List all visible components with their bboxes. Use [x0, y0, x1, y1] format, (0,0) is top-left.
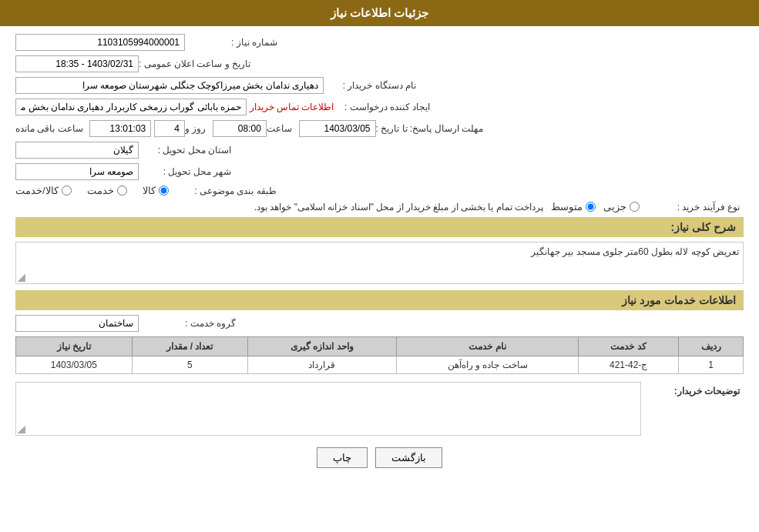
deadline-label: مهلت ارسال پاسخ: تا تاریخ :: [376, 123, 483, 134]
process-note: پرداخت تمام یا بخشی از مبلغ خریدار از مح…: [15, 202, 543, 212]
province-input[interactable]: [15, 142, 139, 159]
process-row: نوع فرآیند خرید : جزیی متوسط پرداخت تمام…: [15, 201, 744, 212]
col-service-code: کد خدمت: [579, 337, 679, 356]
need-desc-text: تعریض کوچه لاله بطول 60متر جلوی مسجد بیر…: [531, 246, 739, 257]
buyer-note-box[interactable]: [15, 382, 641, 436]
countdown-input[interactable]: [89, 120, 151, 137]
cell-row-num: 1: [679, 356, 744, 374]
contact-link[interactable]: اطلاعات تماس خریدار: [250, 102, 334, 112]
process-motavasset-radio[interactable]: [586, 202, 596, 212]
table-header-row: ردیف کد خدمت نام خدمت واحد اندازه گیری ت…: [16, 337, 744, 356]
process-motavasset-label: متوسط: [551, 201, 583, 212]
cell-service-name: ساخت جاده و راه‌آهن: [396, 356, 578, 374]
time-label: ساعت: [267, 123, 292, 134]
buyer-org-row: نام دستگاه خریدار :: [15, 77, 744, 94]
resize-handle[interactable]: [18, 274, 25, 282]
back-button[interactable]: بازگشت: [375, 447, 442, 468]
category-kala-khedmat-item: کالا/خدمت: [15, 185, 72, 196]
service-group-row: گروه خدمت :: [15, 315, 744, 332]
process-label: نوع فرآیند خرید :: [647, 202, 740, 212]
service-group-input[interactable]: [15, 315, 139, 332]
service-group-label: گروه خدمت :: [143, 318, 236, 329]
page-header: جزئیات اطلاعات نیاز: [0, 0, 759, 26]
col-unit: واحد اندازه گیری: [248, 337, 397, 356]
page-title: جزئیات اطلاعات نیاز: [331, 6, 428, 19]
process-jozii-item: جزیی: [603, 201, 640, 212]
process-jozii-label: جزیی: [603, 201, 626, 212]
process-jozii-radio[interactable]: [630, 202, 640, 212]
city-label: شهر محل تحویل :: [139, 166, 231, 177]
cell-service-code: ج-42-421: [579, 356, 679, 374]
province-label: استان محل تحویل :: [139, 145, 231, 156]
buyer-org-input[interactable]: [15, 77, 324, 94]
need-number-label: شماره نیاز :: [185, 37, 277, 48]
remain-label: ساعت باقی مانده: [15, 123, 83, 134]
deadline-row: مهلت ارسال پاسخ: تا تاریخ : ساعت روز و س…: [15, 120, 744, 137]
page-wrapper: جزئیات اطلاعات نیاز شماره نیاز : تاریخ و…: [0, 0, 759, 532]
category-label: طبقه بندی موضوعی :: [184, 186, 277, 196]
buyer-note-resize-handle[interactable]: [18, 426, 25, 433]
announce-label: تاریخ و ساعت اعلان عمومی :: [139, 59, 250, 69]
category-row: طبقه بندی موضوعی : کالا خدمت کالا/خدمت: [15, 185, 744, 196]
buyer-note-section: توضیحات خریدار:: [15, 382, 744, 436]
province-row: استان محل تحویل :: [15, 142, 744, 159]
city-input[interactable]: [15, 163, 139, 180]
buyer-note-label: توضیحات خریدار:: [647, 382, 740, 396]
services-table: ردیف کد خدمت نام خدمت واحد اندازه گیری ت…: [15, 336, 744, 374]
content-area: شماره نیاز : تاریخ و ساعت اعلان عمومی : …: [0, 26, 759, 487]
table-header: ردیف کد خدمت نام خدمت واحد اندازه گیری ت…: [16, 337, 744, 356]
category-kala-khedmat-radio[interactable]: [62, 186, 72, 196]
time-input[interactable]: [213, 120, 267, 137]
buyer-note-wrapper: [15, 382, 641, 436]
cell-unit: قرارداد: [248, 356, 397, 374]
buyer-org-label: نام دستگاه خریدار :: [324, 80, 416, 91]
category-kala-item: کالا: [143, 185, 169, 196]
need-desc-box: تعریض کوچه لاله بطول 60متر جلوی مسجد بیر…: [15, 242, 744, 284]
category-khedmat-radio[interactable]: [117, 186, 127, 196]
cell-date: 1403/03/05: [16, 356, 133, 374]
day-input[interactable]: [154, 120, 185, 137]
category-kala-label: کالا: [143, 185, 156, 196]
need-desc-header: شرح کلی نیاز:: [15, 217, 744, 237]
print-button[interactable]: چاپ: [317, 447, 368, 468]
announce-input[interactable]: [15, 55, 139, 72]
creator-row: ایجاد کننده درخواست : اطلاعات تماس خریدا…: [15, 99, 744, 115]
day-label: روز و: [185, 123, 206, 134]
services-header: اطلاعات خدمات مورد نیاز: [15, 290, 744, 310]
announce-row: تاریخ و ساعت اعلان عمومی :: [15, 55, 744, 72]
col-service-name: نام خدمت: [396, 337, 578, 356]
process-motavasset-item: متوسط: [551, 201, 596, 212]
buttons-row: بازگشت چاپ: [15, 447, 744, 468]
creator-input[interactable]: [15, 99, 247, 115]
creator-label: ایجاد کننده درخواست :: [338, 102, 430, 112]
need-number-row: شماره نیاز :: [15, 34, 744, 51]
cell-quantity: 5: [132, 356, 247, 374]
col-date: تاریخ نیاز: [16, 337, 133, 356]
need-number-input[interactable]: [15, 34, 185, 51]
table-row: 1 ج-42-421 ساخت جاده و راه‌آهن قرارداد 5…: [16, 356, 744, 374]
col-quantity: تعداد / مقدار: [132, 337, 247, 356]
need-desc-container: تعریض کوچه لاله بطول 60متر جلوی مسجد بیر…: [15, 242, 744, 284]
category-khedmat-item: خدمت: [87, 185, 127, 196]
table-body: 1 ج-42-421 ساخت جاده و راه‌آهن قرارداد 5…: [16, 356, 744, 374]
category-khedmat-label: خدمت: [87, 185, 114, 196]
col-row-num: ردیف: [679, 337, 744, 356]
city-row: شهر محل تحویل :: [15, 163, 744, 180]
category-kala-khedmat-label: کالا/خدمت: [15, 185, 59, 196]
date-input[interactable]: [299, 120, 376, 137]
category-kala-radio[interactable]: [159, 186, 169, 196]
